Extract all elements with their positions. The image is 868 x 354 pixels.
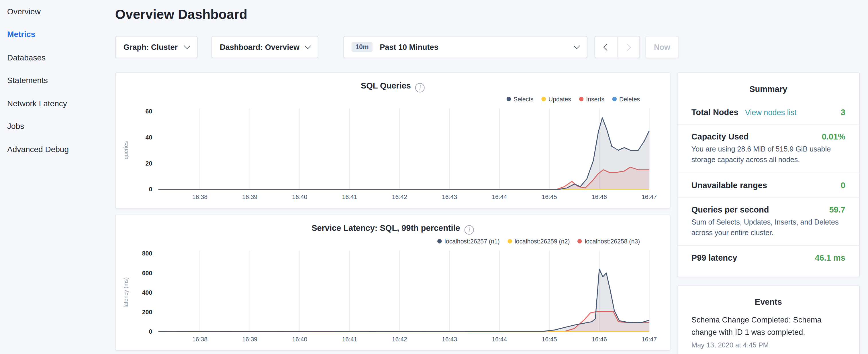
legend-dot-icon (541, 97, 546, 101)
sidebar-item-advanced-debug[interactable]: Advanced Debug (0, 138, 111, 161)
summary-label: Queries per second (691, 204, 769, 214)
legend-label: Updates (549, 96, 571, 102)
summary-row-unavailable-ranges: Unavailable ranges 0 (678, 172, 859, 197)
info-icon[interactable]: i (465, 225, 474, 234)
event-timestamp: May 13, 2020 at 4:45 PM (691, 342, 845, 349)
time-range-dropdown[interactable]: 10m Past 10 Minutes (343, 36, 587, 58)
time-step-button-group (595, 36, 640, 58)
svg-text:40: 40 (146, 134, 152, 141)
sidebar-item-statements[interactable]: Statements (0, 69, 111, 92)
sql-queries-panel: SQL Queriesi SelectsUpdatesInsertsDelete… (115, 72, 671, 208)
sidebar-item-metrics[interactable]: Metrics (0, 23, 111, 46)
legend-label: Deletes (619, 96, 640, 102)
summary-description: You are using 28.6 MiB of 515.9 GiB usab… (691, 144, 845, 165)
svg-text:16:45: 16:45 (542, 336, 557, 343)
svg-text:0: 0 (149, 328, 152, 335)
legend-item: localhost:26259 (n2) (507, 237, 570, 245)
sidebar-item-label: Overview (7, 7, 41, 16)
legend-item: Inserts (579, 95, 604, 103)
svg-text:16:47: 16:47 (642, 336, 657, 343)
time-step-back-button[interactable] (595, 36, 617, 57)
svg-text:16:43: 16:43 (442, 336, 457, 343)
events-panel: Events Schema Change Completed: Schema c… (677, 286, 860, 354)
legend-dot-icon (507, 239, 512, 244)
svg-text:16:42: 16:42 (392, 194, 407, 200)
summary-panel: Summary Total Nodes View nodes list 3 Ca… (677, 72, 860, 277)
svg-text:16:40: 16:40 (292, 336, 307, 343)
sidebar-item-network-latency[interactable]: Network Latency (0, 92, 111, 115)
legend-item: Updates (541, 95, 571, 103)
svg-text:600: 600 (142, 270, 152, 277)
time-range-badge: 10m (351, 42, 373, 52)
chart-legend: localhost:26257 (n1)localhost:26259 (n2)… (116, 237, 670, 245)
events-title: Events (678, 286, 859, 307)
svg-text:16:41: 16:41 (342, 194, 358, 200)
summary-label: P99 latency (691, 253, 737, 263)
summary-label: Total Nodes (691, 107, 739, 117)
dashboard-dropdown[interactable]: Dashboard: Overview (212, 36, 318, 58)
legend-item: Selects (506, 95, 534, 103)
sidebar-item-overview[interactable]: Overview (0, 0, 111, 23)
graph-scope-dropdown[interactable]: Graph: Cluster (115, 36, 198, 58)
dashboard-label: Dashboard: Overview (220, 43, 300, 52)
sidebar-item-label: Statements (7, 76, 48, 85)
chart-title: Service Latency: SQL, 99th percentilei (116, 223, 670, 233)
chart-title-text: Service Latency: SQL, 99th percentile (311, 223, 460, 232)
time-range-label: Past 10 Minutes (380, 43, 575, 52)
svg-text:16:46: 16:46 (592, 194, 607, 200)
chevron-left-icon (603, 43, 610, 51)
now-button[interactable]: Now (645, 36, 679, 58)
legend-label: localhost:26257 (n1) (444, 238, 500, 245)
summary-label: Capacity Used (691, 132, 749, 141)
summary-row-p99-latency: P99 latency 46.1 ms (678, 246, 859, 270)
summary-value: 0 (841, 180, 845, 190)
page-title: Overview Dashboard (115, 7, 247, 22)
sidebar-item-databases[interactable]: Databases (0, 46, 111, 69)
summary-value: 3 (841, 107, 845, 117)
summary-value: 0.01% (822, 132, 845, 141)
svg-text:16:38: 16:38 (192, 194, 208, 200)
legend-label: localhost:26259 (n2) (515, 238, 570, 245)
sidebar-item-jobs[interactable]: Jobs (0, 115, 111, 138)
svg-text:latency (ms): latency (ms) (123, 277, 129, 307)
legend-dot-icon (506, 97, 510, 101)
time-step-forward-button[interactable] (617, 36, 639, 57)
legend-dot-icon (579, 97, 583, 101)
svg-text:400: 400 (142, 289, 152, 296)
svg-text:16:38: 16:38 (192, 336, 208, 343)
svg-text:16:45: 16:45 (542, 194, 557, 200)
svg-text:60: 60 (146, 108, 152, 115)
sidebar-item-label: Metrics (7, 30, 35, 39)
summary-title: Summary (678, 73, 859, 93)
event-list-item[interactable]: Schema Change Completed: Schema change w… (678, 314, 859, 349)
admin-ui-page: Overview Metrics Databases Statements Ne… (0, 0, 868, 354)
legend-dot-icon (612, 97, 616, 101)
chart-title-text: SQL Queries (361, 81, 411, 90)
event-message: Schema Change Completed: Schema change w… (691, 314, 845, 338)
svg-text:16:46: 16:46 (592, 336, 607, 343)
legend-item: Deletes (612, 95, 640, 103)
chevron-right-icon (624, 43, 631, 51)
summary-label: Unavailable ranges (691, 180, 767, 190)
service-latency-chart[interactable]: 16:3816:3916:4016:4116:4216:4316:4416:45… (116, 248, 670, 351)
legend-dot-icon (437, 239, 442, 244)
chart-title: SQL Queriesi (116, 81, 670, 91)
legend-item: localhost:26257 (n1) (437, 237, 500, 245)
chart-legend: SelectsUpdatesInsertsDeletes (116, 95, 670, 103)
chevron-down-icon (184, 43, 190, 49)
summary-row-capacity-used: Capacity Used 0.01% You are using 28.6 M… (678, 124, 859, 172)
sql-queries-chart[interactable]: 16:3816:3916:4016:4116:4216:4316:4416:45… (116, 105, 670, 209)
info-icon[interactable]: i (415, 83, 425, 93)
svg-text:16:44: 16:44 (492, 336, 507, 343)
svg-text:16:39: 16:39 (242, 336, 257, 343)
sidebar-item-label: Network Latency (7, 99, 67, 108)
legend-label: Inserts (586, 96, 604, 102)
svg-text:queries: queries (123, 141, 129, 159)
svg-text:800: 800 (142, 250, 152, 257)
legend-label: Selects (514, 96, 534, 102)
summary-value: 59.7 (829, 204, 845, 214)
chevron-down-icon (305, 43, 311, 49)
view-nodes-list-link[interactable]: View nodes list (745, 108, 797, 117)
legend-dot-icon (578, 239, 582, 244)
graph-scope-label: Graph: Cluster (124, 43, 178, 52)
